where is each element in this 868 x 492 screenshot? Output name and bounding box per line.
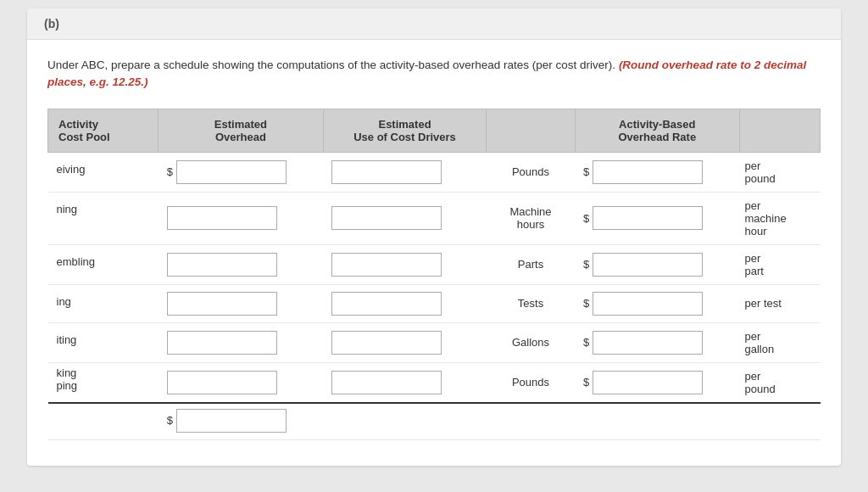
estimated-use-painting [323,322,487,362]
rate-cell-painting: $ [575,322,739,362]
estimated-use-packing [323,362,487,403]
cost-driver-testing: Tests [487,284,575,322]
estimated-use-machining [323,192,487,244]
use-input-assembling[interactable] [331,253,442,277]
activity-packing-shipping: king ping [48,362,159,403]
rate-unit-machining: permachinehour [739,192,820,244]
use-input-painting[interactable] [331,331,442,355]
rate-cell-packing: $ [575,362,739,403]
overhead-table-container: Activity Cost Pool Estimated Overhead Es… [47,109,821,440]
rate-input-receiving[interactable] [593,160,703,184]
rate-input-assembling[interactable] [593,253,703,277]
estimated-overhead-machining [159,192,323,244]
rate-unit-painting: pergallon [739,322,820,362]
activity-receiving: eiving [48,152,159,192]
header-cost-driver-label [487,109,575,152]
instruction-main: Under ABC, prepare a schedule showing th… [47,59,615,71]
rate-input-testing[interactable] [593,292,703,316]
use-input-packing[interactable] [331,371,442,394]
overhead-input-testing[interactable] [167,292,277,316]
header-estimated-use: Estimated Use of Cost Drivers [323,109,487,152]
use-input-testing[interactable] [331,292,442,316]
cost-driver-packing: Pounds [487,362,575,403]
estimated-overhead-assembling [159,244,323,284]
estimated-overhead-receiving: $ [159,152,323,192]
activity-machining: ning [48,192,159,244]
estimated-overhead-testing [159,284,323,322]
overhead-table: Activity Cost Pool Estimated Overhead Es… [47,109,821,440]
header-estimated-overhead: Estimated Overhead [159,109,323,152]
activity-packing-line1: king [57,366,77,379]
rate-cell-testing: $ [575,284,739,322]
use-input-machining[interactable] [331,206,442,230]
cost-driver-painting: Gallons [487,322,575,362]
instruction-text: Under ABC, prepare a schedule showing th… [47,57,821,92]
table-row: iting Gallons $ [48,322,821,362]
table-row: embling Parts $ [48,244,821,284]
cost-driver-receiving: Pounds [487,152,575,192]
total-row: $ [48,403,821,440]
header-activity-based-rate: Activity-Based Overhead Rate [575,109,739,152]
table-row: eiving $ Pounds [48,152,821,192]
cost-driver-assembling: Parts [487,244,575,284]
total-label [48,403,159,440]
total-overhead-input[interactable] [176,409,287,433]
rate-cell-receiving: $ [575,152,739,192]
total-overhead: $ [159,403,323,440]
rate-cell-assembling: $ [575,244,739,284]
estimated-overhead-packing [159,362,323,403]
activity-testing: ing [48,284,159,322]
rate-unit-assembling: perpart [739,244,820,284]
total-cost-driver-empty [487,403,575,440]
overhead-input-machining[interactable] [167,206,277,230]
table-row: king ping Pounds $ [48,362,821,403]
section-label: (b) [27,8,841,40]
rate-unit-receiving: perpound [739,152,820,192]
header-activity: Activity Cost Pool [48,109,159,152]
rate-unit-packing: perpound [739,362,820,403]
estimated-use-receiving [323,152,487,192]
rate-cell-machining: $ [575,192,739,244]
activity-assembling: embling [48,244,159,284]
rate-input-painting[interactable] [593,331,703,355]
total-rate-unit-empty [739,403,820,440]
cost-driver-machining: Machinehours [487,192,575,244]
use-input-receiving[interactable] [331,160,442,184]
rate-input-packing[interactable] [593,371,703,394]
activity-painting: iting [48,322,159,362]
overhead-input-packing[interactable] [167,371,277,394]
estimated-use-testing [323,284,487,322]
overhead-input-painting[interactable] [167,331,277,355]
section-label-text: (b) [44,17,59,31]
table-row: ning Machinehours $ [48,192,821,244]
total-rate-empty [575,403,739,440]
rate-input-machining[interactable] [593,206,703,230]
rate-unit-testing: per test [739,284,820,322]
table-row: ing Tests $ [48,284,821,322]
activity-packing-line2: ping [57,379,78,392]
total-use-empty [323,403,487,440]
header-rate-unit [739,109,820,152]
overhead-input-assembling[interactable] [167,253,277,277]
overhead-input-receiving[interactable] [176,160,287,184]
estimated-use-assembling [323,244,487,284]
estimated-overhead-painting [159,322,323,362]
